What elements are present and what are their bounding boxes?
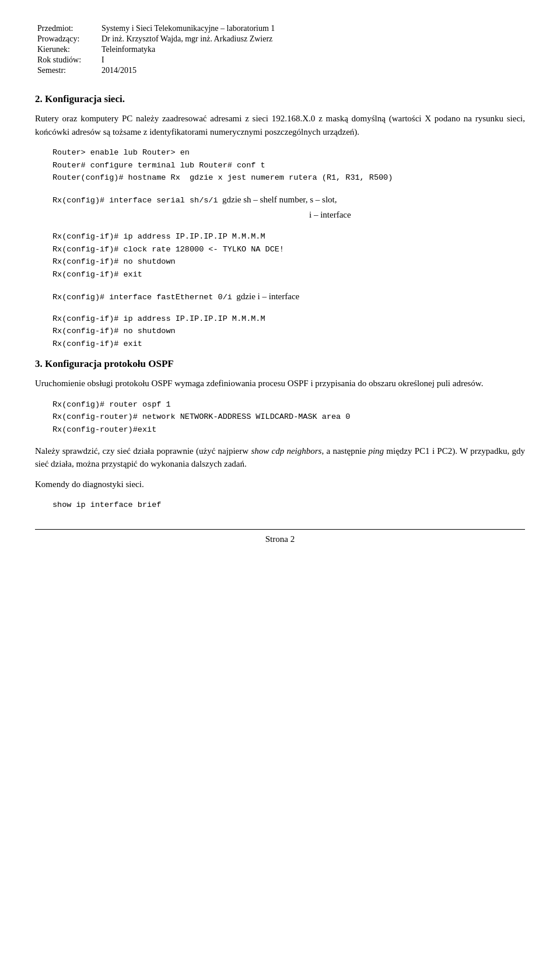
code-block-4: Rx(config)# router ospf 1 Rx(config-rout… bbox=[52, 398, 525, 436]
code-interface-serial-i: i – interface bbox=[309, 210, 351, 219]
footer-divider bbox=[35, 529, 525, 530]
section3-para1: Uruchomienie obsługi protokołu OSPF wyma… bbox=[35, 377, 525, 390]
subject-label: Przedmiot: bbox=[35, 23, 99, 34]
code-block-5: show ip interface brief bbox=[52, 499, 525, 512]
document-header: Przedmiot: Systemy i Sieci Telekomunikac… bbox=[35, 23, 525, 76]
instructor-label: Prowadzący: bbox=[35, 34, 99, 44]
section2-para1: Rutery oraz komputery PC należy zaadreso… bbox=[35, 112, 525, 138]
code-fast-cmd: Rx(config)# interface fastEthernet 0/i bbox=[52, 293, 232, 302]
code-block-3: Rx(config-if)# ip address IP.IP.IP.IP M.… bbox=[52, 313, 525, 351]
code-interface-fast: Rx(config)# interface fastEthernet 0/i g… bbox=[52, 289, 525, 304]
code-interface-serial-note-inline bbox=[218, 195, 223, 204]
page-number: Strona 2 bbox=[265, 534, 295, 544]
semester-label: Semestr: bbox=[35, 65, 99, 76]
direction-label: Kierunek: bbox=[35, 44, 99, 55]
code-fast-note: gdzie i – interface bbox=[232, 292, 299, 301]
page-footer: Strona 2 bbox=[35, 534, 525, 544]
instructor-value: Dr inż. Krzysztof Wajda, mgr inż. Arkadi… bbox=[99, 34, 525, 44]
code-block-2: Rx(config-if)# ip address IP.IP.IP.IP M.… bbox=[52, 230, 525, 281]
section3-para3: Komendy do diagnostyki sieci. bbox=[35, 478, 525, 491]
section3-para2-start: Należy sprawdzić, czy sieć działa popraw… bbox=[35, 446, 251, 456]
year-value: I bbox=[99, 55, 525, 65]
direction-value: Teleinformatyka bbox=[99, 44, 525, 55]
subject-value: Systemy i Sieci Telekomunikacyjne – labo… bbox=[99, 23, 525, 34]
code-interface-serial-gdzie: gdzie sh – shelf number, s – slot, bbox=[222, 195, 337, 204]
section3-title: 3. Konfiguracja protokołu OSPF bbox=[35, 358, 525, 370]
code-interface-serial-cmd: Rx(config)# interface serial sh/s/i bbox=[52, 196, 218, 205]
code-block-1: Router> enable lub Router> en Router# co… bbox=[52, 146, 525, 184]
semester-value: 2014/2015 bbox=[99, 65, 525, 76]
section3-para2-italic1: show cdp neighbors bbox=[251, 446, 321, 456]
section2-title: 2. Konfiguracja sieci. bbox=[35, 93, 525, 105]
year-label: Rok studiów: bbox=[35, 55, 99, 65]
section3-para2-italic2: ping bbox=[368, 446, 384, 456]
section3-para2: Należy sprawdzić, czy sieć działa popraw… bbox=[35, 444, 525, 471]
code-interface-serial: Rx(config)# interface serial sh/s/i gdzi… bbox=[52, 192, 525, 222]
section3-para2-mid: , a następnie bbox=[321, 446, 368, 456]
